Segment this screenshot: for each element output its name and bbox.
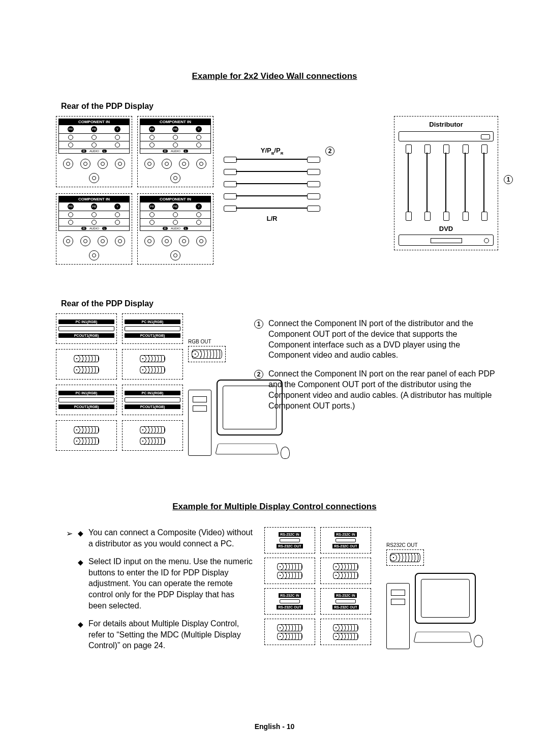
distributor-dvd-block: Distributor DVD 1 (394, 116, 498, 250)
rs232-conn (320, 558, 371, 584)
rgb-label-box: PC IN1(RGB) PCOUT1(RGB) (122, 385, 183, 415)
diamond-icon: ◆ (78, 529, 83, 549)
instruction-2: 2 Connect the Component IN port on the r… (254, 369, 498, 411)
pdp-unit: COMPONENT IN PRPBY RAUDIOL (56, 193, 132, 265)
rgb-conn-box (56, 349, 117, 380)
mdc-bullet-list: ➢ ◆ You can connect a Composite (Video) … (66, 527, 254, 658)
dvd-label: DVD (399, 225, 494, 232)
distributor-cables (399, 144, 494, 221)
rs232-conn (264, 558, 315, 584)
section1-title: Example for 2x2 Video Wall connections (51, 71, 498, 81)
section3-title: Example for Multiple Display Control con… (51, 502, 498, 512)
rs232-conn (264, 619, 315, 645)
rgb-out-label: RGB OUT (188, 339, 211, 344)
mdc-bullet-2: ➢ ◆ Select ID input on the menu. Use the… (66, 556, 254, 611)
diamond-icon: ◆ (78, 620, 83, 651)
pc-keyboard-icon (215, 444, 279, 454)
section1-diagram: COMPONENT IN PRPBY RAUDIOL COMPONENT IN … (51, 116, 498, 279)
component-in-label: COMPONENT IN (59, 119, 129, 125)
section3-diagram: ➢ ◆ You can connect a Composite (Video) … (51, 527, 498, 670)
pc-tower-icon (386, 583, 410, 649)
pc-monitor-icon (415, 573, 476, 624)
lr-label: L/R (224, 215, 320, 222)
instruction-1: 1 Connect the Component IN port of the d… (254, 318, 498, 361)
distributor-device-icon (399, 131, 494, 141)
pdp-unit: COMPONENT IN PRPBY RAUDIOL (137, 116, 214, 187)
instruction-list: 1 Connect the Component IN port of the d… (254, 318, 498, 419)
arrow-icon: ➢ (66, 528, 73, 549)
pdp-2x2-grid: COMPONENT IN PRPBY RAUDIOL COMPONENT IN … (56, 116, 214, 265)
rgb-conn-box (56, 420, 117, 451)
pc-keyboard-icon (413, 632, 472, 643)
section2-diagram: PC IN1(RGB) PCOUT1(RGB) PC IN1(RGB) PCOU… (51, 313, 498, 486)
rs232-conn (320, 619, 371, 645)
rgb-label-box: PC IN1(RGB) PCOUT1(RGB) (56, 313, 117, 344)
pdp-unit: COMPONENT IN PRPBY RAUDIOL (137, 193, 214, 265)
rs232-2x2-grid: RS-232C IN RS-232C OUT RS-232C IN RS-232… (264, 527, 371, 645)
rgb-2x2-grid: PC IN1(RGB) PCOUT1(RGB) PC IN1(RGB) PCOU… (56, 313, 183, 451)
callout-2-icon: 2 (325, 147, 334, 156)
manual-page: Example for 2x2 Video Wall connections R… (0, 0, 549, 690)
rs232c-out-connector (386, 549, 424, 566)
rgb-conn-box (122, 420, 183, 451)
rs232c-out-label: RS232C OUT (386, 542, 418, 548)
distributor-label: Distributor (399, 121, 494, 128)
rs232-box: RS-232C IN RS-232C OUT (320, 527, 371, 554)
ypbpr-label: Y/PB/PR (224, 147, 320, 156)
rgb-conn-box (122, 349, 183, 380)
rgb-label-box: PC IN1(RGB) PCOUT1(RGB) (122, 313, 183, 344)
callout-2-icon: 2 (254, 370, 263, 379)
rear-label-2: Rear of the PDP Display (61, 299, 498, 308)
pc-icon (386, 573, 488, 654)
rs232-box: RS-232C IN RS-232C OUT (264, 588, 315, 615)
page-footer: English - 10 (0, 722, 549, 731)
callout-1-icon: 1 (504, 175, 513, 184)
rear-label-1: Rear of the PDP Display (61, 102, 498, 111)
pdp-unit: COMPONENT IN PRPBY RAUDIOL (56, 116, 132, 187)
component-cables: Y/PB/PR L/R (224, 147, 320, 222)
rs232-box: RS-232C IN RS-232C OUT (320, 588, 371, 615)
rgb-out-connector (188, 346, 226, 362)
rgb-label-box: PC IN1(RGB) PCOUT1(RGB) (56, 385, 117, 415)
pc-mouse-icon (474, 635, 483, 647)
mdc-bullet-3: ➢ ◆ For details about Multiple Display C… (66, 618, 254, 651)
diamond-icon: ◆ (78, 558, 83, 611)
rs232-box: RS-232C IN RS-232C OUT (264, 527, 315, 554)
callout-1-icon: 1 (254, 319, 263, 329)
mdc-bullet-1: ➢ ◆ You can connect a Composite (Video) … (66, 527, 254, 549)
pc-mouse-icon (281, 447, 290, 459)
pc-tower-icon (188, 390, 211, 456)
dvd-device-icon (399, 235, 494, 246)
